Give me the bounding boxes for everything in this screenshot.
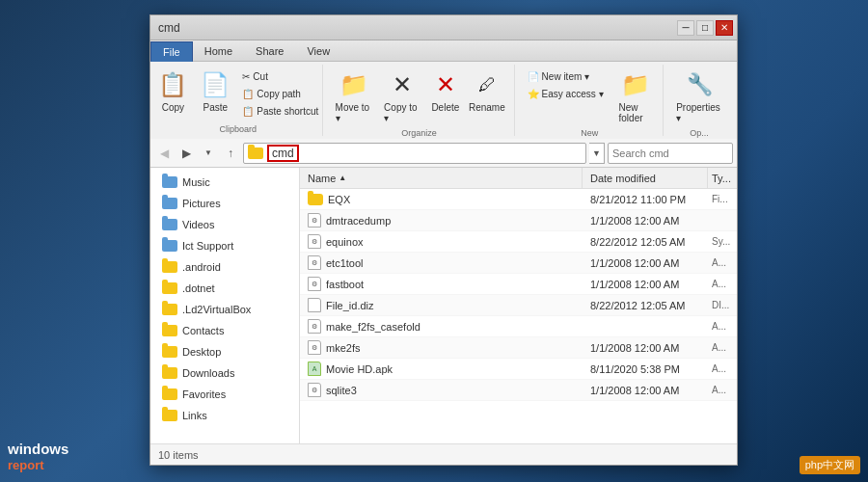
file-name-cell: File_id.diz <box>300 298 583 312</box>
file-date-cell: 1/1/2008 12:00 AM <box>583 385 708 396</box>
sidebar-item-links[interactable]: Links <box>150 405 299 426</box>
sidebar: MusicPicturesVideosIct Support.android.d… <box>150 168 300 443</box>
file-type-cell: A... <box>708 363 737 374</box>
main-content: MusicPicturesVideosIct Support.android.d… <box>150 168 737 443</box>
file-name-cell: ⚙make_f2fs_casefold <box>300 319 583 334</box>
sidebar-item-pictures[interactable]: Pictures <box>150 193 299 214</box>
minimize-button[interactable]: ─ <box>677 20 694 36</box>
column-type[interactable]: Ty... <box>708 168 737 188</box>
paste-button[interactable]: 📄 Paste <box>195 67 235 116</box>
sidebar-item-favorites[interactable]: Favorites <box>150 384 299 405</box>
sidebar-item-label: .Ld2VirtualBox <box>182 304 251 315</box>
title-bar: cmd ─ □ ✕ <box>150 15 737 40</box>
close-button[interactable]: ✕ <box>716 20 733 36</box>
file-date-cell: 8/22/2012 12:05 AM <box>583 300 708 311</box>
table-row[interactable]: File_id.diz8/22/2012 12:05 AMDI... <box>300 295 737 316</box>
status-text: 10 items <box>158 449 199 461</box>
tab-home[interactable]: Home <box>193 40 244 61</box>
recent-locations-button[interactable]: ▼ <box>199 144 218 163</box>
table-row[interactable]: ⚙fastboot1/1/2008 12:00 AMA... <box>300 274 737 295</box>
file-date-cell: 1/1/2008 12:00 AM <box>583 279 708 290</box>
copy-button[interactable]: 📋 Copy <box>152 67 193 116</box>
organize-buttons: 📁 Move to ▾ ✕ Copy to ▾ ✕ Delete 🖊 Renam… <box>331 67 508 126</box>
new-item-button[interactable]: 📄 New item ▾ <box>523 68 609 85</box>
sidebar-item-.android[interactable]: .android <box>150 256 299 278</box>
exe-icon: ⚙ <box>308 319 321 334</box>
file-name-cell: ⚙fastboot <box>300 277 583 291</box>
sidebar-item-videos[interactable]: Videos <box>150 214 299 235</box>
ribbon-group-new: 📄 New item ▾ ⭐ Easy access ▾ 📁 New folde… <box>517 65 665 136</box>
rename-button[interactable]: 🖊 Rename <box>466 67 508 116</box>
cut-button[interactable]: ✂ Cut <box>237 68 323 85</box>
file-type-cell: DI... <box>708 300 737 310</box>
organize-label: Organize <box>401 126 437 138</box>
back-button[interactable]: ◀ <box>154 144 174 163</box>
column-name[interactable]: Name ▲ <box>300 168 583 188</box>
file-date-cell: 1/1/2008 12:00 AM <box>583 215 708 227</box>
maximize-button[interactable]: □ <box>696 20 714 36</box>
file-list: Name ▲ Date modified Ty... EQX8/21/2012 … <box>300 168 737 443</box>
file-name-cell: ⚙mke2fs <box>300 340 583 355</box>
tab-share[interactable]: Share <box>244 40 295 61</box>
file-date-cell: 8/21/2012 11:00 PM <box>583 194 708 205</box>
sidebar-item-label: Desktop <box>182 346 221 358</box>
table-row[interactable]: ⚙dmtracedump1/1/2008 12:00 AM <box>300 210 737 231</box>
forward-button[interactable]: ▶ <box>176 144 196 163</box>
ribbon-group-open: 🔧 Properties ▾ Op... <box>665 65 733 136</box>
address-dropdown-button[interactable]: ▼ <box>589 143 605 164</box>
sidebar-item-label: Contacts <box>182 325 224 336</box>
file-name-cell: ⚙etc1tool <box>300 255 583 270</box>
paste-icon: 📄 <box>200 69 231 100</box>
easy-access-button[interactable]: ⭐ Easy access ▾ <box>523 86 609 102</box>
file-rows-container: EQX8/21/2012 11:00 PMFi...⚙dmtracedump1/… <box>300 189 737 401</box>
watermark-left: windows report <box>8 440 68 474</box>
watermark-windows: windows <box>8 440 68 459</box>
sidebar-item-ictsupport[interactable]: Ict Support <box>150 235 299 256</box>
sidebar-item-label: Music <box>182 176 210 188</box>
sidebar-folder-icon <box>162 304 177 315</box>
tab-view[interactable]: View <box>295 40 341 61</box>
copy-to-button[interactable]: ✕ Copy to ▾ <box>379 67 425 126</box>
properties-button[interactable]: 🔧 Properties ▾ <box>671 67 727 126</box>
sidebar-item-label: Downloads <box>182 367 234 379</box>
search-input[interactable] <box>608 143 733 164</box>
tab-file[interactable]: File <box>150 41 193 62</box>
table-row[interactable]: ⚙make_f2fs_casefoldA... <box>300 316 737 337</box>
table-row[interactable]: ⚙mke2fs1/1/2008 12:00 AMA... <box>300 337 737 359</box>
folder-icon <box>308 194 323 205</box>
move-to-button[interactable]: 📁 Move to ▾ <box>331 67 378 126</box>
ribbon-content: 📋 Copy 📄 Paste ✂ Cut 📋 Copy path <box>150 62 737 139</box>
copy-path-icon: 📋 <box>242 89 254 99</box>
explorer-window: cmd ─ □ ✕ File Home Share View 📋 Copy 📄 <box>149 14 738 466</box>
file-type-cell: A... <box>708 342 737 353</box>
up-button[interactable]: ↑ <box>221 144 240 163</box>
file-type-cell: A... <box>708 385 737 395</box>
sidebar-folder-icon <box>162 410 177 421</box>
sidebar-item-desktop[interactable]: Desktop <box>150 341 299 362</box>
copy-path-button[interactable]: 📋 Copy path <box>237 86 323 102</box>
sidebar-item-.ld2virtualbox[interactable]: .Ld2VirtualBox <box>150 299 299 320</box>
watermark-right: php中文网 <box>800 456 860 474</box>
file-name-cell: AMovie HD.apk <box>300 362 583 376</box>
new-folder-button[interactable]: 📁 New folder <box>614 67 658 126</box>
delete-button[interactable]: ✕ Delete <box>427 67 464 116</box>
table-row[interactable]: ⚙equinox8/22/2012 12:05 AMSy... <box>300 231 737 253</box>
file-name: dmtracedump <box>326 215 391 227</box>
paste-shortcut-button[interactable]: 📋 Paste shortcut <box>237 103 323 120</box>
file-name: sqlite3 <box>326 385 357 396</box>
sidebar-item-downloads[interactable]: Downloads <box>150 362 299 384</box>
table-row[interactable]: EQX8/21/2012 11:00 PMFi... <box>300 189 737 210</box>
copy-icon: 📋 <box>157 69 188 100</box>
table-row[interactable]: ⚙sqlite31/1/2008 12:00 AMA... <box>300 380 737 401</box>
address-path[interactable]: cmd <box>243 143 586 164</box>
table-row[interactable]: AMovie HD.apk8/11/2020 5:38 PMA... <box>300 359 737 380</box>
properties-icon: 🔧 <box>684 69 715 100</box>
sidebar-item-.dotnet[interactable]: .dotnet <box>150 278 299 299</box>
table-row[interactable]: ⚙etc1tool1/1/2008 12:00 AMA... <box>300 253 737 274</box>
sidebar-item-music[interactable]: Music <box>150 172 299 193</box>
column-date-modified[interactable]: Date modified <box>583 168 708 188</box>
sidebar-item-contacts[interactable]: Contacts <box>150 320 299 341</box>
status-bar: 10 items <box>150 443 737 465</box>
sidebar-folder-icon <box>162 282 177 294</box>
address-folder-icon <box>248 147 263 159</box>
